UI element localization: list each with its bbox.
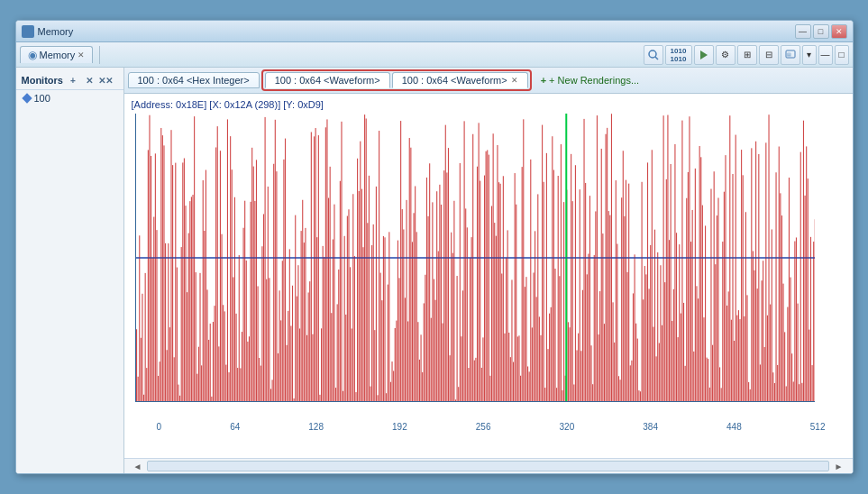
title-bar: Memory — □ ✕	[16, 21, 853, 42]
toolbar-btn-5[interactable]: ⊞	[737, 45, 757, 65]
toolbar-btn-expand[interactable]: □	[835, 45, 849, 65]
rendering-tabs-bar: 100 : 0x64 <Hex Integer> 100 : 0x64 <Wav…	[124, 68, 853, 94]
waveform-tab-2[interactable]: 100 : 0x64 <Waveform> ✕	[392, 72, 528, 88]
x-label-192: 192	[392, 422, 407, 432]
monitor-icon	[22, 93, 32, 103]
x-label-64: 64	[230, 422, 240, 432]
svg-marker-2	[700, 50, 708, 59]
chart-info: [Address: 0x18E] [X: 0x12A (298)] [Y: 0x…	[124, 97, 853, 114]
title-bar-controls: — □ ✕	[795, 24, 847, 39]
waveform-tab-2-label: 100 : 0x64 <Waveform>	[402, 75, 507, 86]
hex-integer-tab-label: 100 : 0x64 <Hex Integer>	[138, 75, 250, 86]
sidebar: Monitors + ✕ ✕✕ 100	[16, 68, 124, 473]
x-label-128: 128	[308, 422, 324, 432]
scroll-left-button[interactable]: ◄	[132, 462, 144, 471]
toolbar-btn-2[interactable]: 10101010	[665, 45, 692, 65]
plus-icon: +	[541, 75, 546, 86]
svg-text:▤: ▤	[787, 51, 791, 57]
window-title: Memory	[38, 26, 74, 37]
svg-line-1	[655, 57, 658, 59]
toolbar-btn-collapse[interactable]: —	[818, 45, 833, 65]
toolbar-separator-1	[99, 46, 100, 64]
x-label-256: 256	[476, 422, 491, 432]
memory-tab-close-icon[interactable]: ✕	[78, 50, 85, 59]
scrollbar-area: ◄ ►	[124, 458, 853, 473]
x-label-448: 448	[726, 422, 742, 432]
run-icon	[699, 50, 709, 60]
new-rendering-button[interactable]: + + New Renderings...	[534, 73, 646, 87]
chart-canvas[interactable]	[135, 114, 815, 402]
content-area: Monitors + ✕ ✕✕ 100 100 : 0x64 <Hex Inte…	[16, 68, 853, 473]
toolbar-btn-1[interactable]	[644, 45, 663, 65]
chart-area: [Address: 0x18E] [X: 0x12A (298)] [Y: 0x…	[124, 94, 853, 458]
hex-integer-tab[interactable]: 100 : 0x64 <Hex Integer>	[128, 72, 260, 88]
waveform-tab-1[interactable]: 100 : 0x64 <Waveform>	[265, 72, 390, 88]
new-rendering-label: + New Renderings...	[549, 75, 639, 86]
scroll-right-button[interactable]: ►	[833, 462, 845, 471]
x-label-0: 0	[157, 422, 162, 432]
main-window: Memory — □ ✕ ◉ Memory ✕ 10101010 ⚙ ⊞ ⊟	[15, 20, 854, 474]
add-monitor-button[interactable]: +	[67, 74, 79, 87]
toolbar-btn-3[interactable]	[694, 45, 714, 65]
toolbar-btn-4[interactable]: ⚙	[716, 45, 736, 65]
export-icon: ▤	[785, 50, 796, 60]
main-toolbar: ◉ Memory ✕ 10101010 ⚙ ⊞ ⊟ ▤ ▾ — □	[16, 42, 853, 68]
main-panel: 100 : 0x64 <Hex Integer> 100 : 0x64 <Wav…	[124, 68, 853, 473]
maximize-button[interactable]: □	[813, 24, 829, 39]
svg-point-0	[649, 50, 656, 58]
close-button[interactable]: ✕	[831, 24, 847, 39]
title-bar-left: Memory	[22, 25, 74, 38]
delete-monitor-button[interactable]: ✕	[83, 74, 96, 87]
x-label-384: 384	[643, 422, 658, 432]
minimize-button[interactable]: —	[795, 24, 811, 39]
memory-tab[interactable]: ◉ Memory ✕	[20, 46, 94, 63]
search-icon	[648, 50, 659, 60]
waveform-canvas	[136, 114, 815, 402]
delete-all-monitors-button[interactable]: ✕✕	[99, 74, 112, 87]
waveform-tabs-group: 100 : 0x64 <Waveform> 100 : 0x64 <Wavefo…	[261, 69, 532, 91]
monitor-item-label: 100	[34, 93, 50, 104]
toolbar-btn-7[interactable]: ▤	[781, 45, 800, 65]
x-label-512: 512	[810, 422, 826, 432]
memory-tab-label: Memory	[40, 50, 76, 60]
x-axis-labels: 0 64 128 192 256 320 384 448 512	[124, 420, 826, 432]
toolbar-btn-dropdown[interactable]: ▾	[802, 45, 817, 65]
waveform-tab-1-label: 100 : 0x64 <Waveform>	[275, 75, 380, 86]
waveform-tab-2-close-icon[interactable]: ✕	[511, 76, 518, 85]
app-icon	[22, 25, 34, 38]
monitors-label: Monitors	[22, 75, 63, 86]
memory-icon: ◉	[28, 49, 37, 61]
scrollbar-track[interactable]	[147, 461, 828, 471]
x-label-320: 320	[560, 422, 575, 432]
monitors-header: Monitors + ✕ ✕✕	[16, 71, 123, 90]
toolbar-btn-6[interactable]: ⊟	[759, 45, 779, 65]
chart-wrapper: 256 192 128 64 0	[132, 114, 845, 420]
monitor-item-100[interactable]: 100	[16, 90, 123, 106]
